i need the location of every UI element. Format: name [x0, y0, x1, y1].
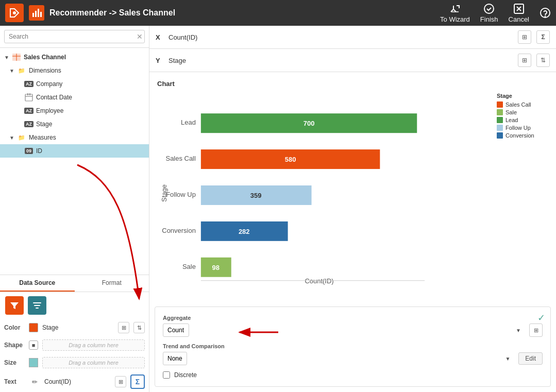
tree-item-measures[interactable]: ▼ 📁 Measures: [0, 131, 149, 144]
svg-rect-3: [35, 11, 37, 17]
y-value: Stage: [169, 57, 513, 64]
aggregate-select-wrapper: Count: [163, 323, 525, 337]
x-chart-btn[interactable]: ⊞: [518, 30, 531, 44]
page-title: Recommender -> Sales Channel: [49, 8, 435, 18]
finish-button[interactable]: Finish: [480, 3, 498, 23]
svg-rect-16: [29, 93, 30, 95]
bar-chart-svg: Stage Lead 700 Sales Call 580 Follow Up: [157, 93, 492, 288]
app-logo: [5, 4, 24, 22]
filter-button-teal[interactable]: [28, 296, 46, 315]
caret-icon: ▼: [4, 55, 9, 60]
aggregate-icon-btn[interactable]: ⊞: [529, 323, 543, 337]
aggregate-select[interactable]: Count: [163, 323, 189, 337]
tree-item-company[interactable]: ▶ AZ Company: [0, 77, 149, 91]
chart-icon: [29, 5, 44, 21]
svg-rect-13: [25, 94, 32, 101]
trend-select[interactable]: None: [163, 352, 187, 365]
legend-dot-sale: [497, 109, 503, 115]
employee-label: Employee: [36, 107, 145, 114]
tree-item-stage[interactable]: ▶ AZ Stage: [0, 117, 149, 131]
dimensions-label: Dimensions: [29, 67, 145, 74]
edit-button[interactable]: Edit: [518, 352, 543, 365]
color-label: Color: [4, 324, 25, 331]
size-drop-zone[interactable]: Drag a column here: [42, 357, 145, 368]
discrete-checkbox[interactable]: [163, 371, 170, 379]
x-axis-bar: X Count(ID) ⊞ Σ: [149, 26, 556, 49]
shape-row: Shape ■ Drag a column here: [0, 336, 149, 354]
svg-text:359: 359: [250, 192, 262, 199]
company-label: Company: [36, 80, 145, 88]
legend-label-follow-up: Follow Up: [506, 125, 531, 131]
size-label: Size: [4, 359, 25, 366]
help-button[interactable]: [540, 7, 551, 19]
search-clear-button[interactable]: ✕: [137, 32, 143, 41]
tree-item-sales-channel[interactable]: ▼ Sales Channel: [0, 50, 149, 64]
tree-item-id[interactable]: ▶ 09 ID: [0, 144, 149, 158]
sigma-button[interactable]: Σ: [130, 374, 145, 389]
az-icon: AZ: [24, 120, 33, 129]
cancel-button[interactable]: Cancel: [509, 3, 529, 23]
svg-text:Sale: Sale: [182, 263, 196, 270]
svg-rect-19: [36, 308, 39, 309]
y-sort-btn[interactable]: ⇅: [536, 54, 550, 67]
trend-section: Trend and Comparison None Edit: [163, 343, 543, 365]
legend-label-conversion: Conversion: [506, 132, 534, 139]
svg-text:Sales Call: Sales Call: [165, 155, 196, 162]
shape-swatch: ■: [29, 340, 38, 350]
svg-text:580: 580: [285, 156, 296, 163]
discrete-label: Discrete: [174, 371, 197, 379]
chart-legend: Stage Sales Call Sale Lead: [492, 93, 548, 296]
legend-dot-lead: [497, 117, 503, 123]
svg-text:Lead: Lead: [181, 118, 196, 126]
color-sort-btn[interactable]: ⇅: [133, 322, 145, 333]
stage-label: Stage: [36, 121, 145, 128]
svg-rect-15: [27, 93, 28, 95]
tree-area: ▼ Sales Channel ▼ 📁 Dimensions ▶: [0, 48, 149, 275]
discrete-row: Discrete: [163, 371, 543, 379]
svg-text:98: 98: [212, 264, 220, 271]
y-chart-btn[interactable]: ⊞: [518, 54, 531, 67]
aggregate-section: Aggregate Count ⊞: [163, 315, 543, 337]
search-input[interactable]: [4, 30, 145, 43]
svg-rect-5: [40, 12, 42, 17]
tree-item-contact-date[interactable]: ▶ Contact Date: [0, 91, 149, 104]
text-pencil-btn[interactable]: ✏: [29, 376, 40, 387]
bottom-tabs: Data Source Format: [0, 275, 149, 292]
x-sigma-btn[interactable]: Σ: [536, 30, 550, 44]
chart-title: Chart: [157, 80, 548, 88]
size-row: Size Drag a column here: [0, 354, 149, 371]
id-label: ID: [36, 147, 145, 155]
chart-svg-area: Stage Lead 700 Sales Call 580 Follow Up: [157, 93, 492, 296]
legend-label-lead: Lead: [506, 117, 518, 123]
svg-text:Conversion: Conversion: [162, 227, 196, 234]
y-axis-bar: Y Stage ⊞ ⇅: [149, 49, 556, 72]
trend-select-wrapper: None: [163, 352, 514, 365]
tree-item-employee[interactable]: ▶ AZ Employee: [0, 104, 149, 117]
svg-rect-18: [34, 305, 40, 306]
aggregate-panel: ✓ Aggregate Count ⊞ Trend and Comparison: [155, 306, 551, 387]
filter-button-orange[interactable]: [5, 296, 24, 315]
measures-label: Measures: [29, 134, 145, 141]
legend-item-lead: Lead: [497, 117, 548, 123]
az-icon: AZ: [24, 79, 33, 89]
legend-item-sale: Sale: [497, 109, 548, 115]
folder-icon: 📁: [17, 66, 26, 75]
legend-dot-sales-call: [497, 101, 503, 108]
numeric-icon: 09: [24, 146, 33, 156]
table-icon: [12, 53, 21, 62]
svg-rect-4: [38, 9, 39, 17]
x-value: Count(ID): [169, 33, 513, 41]
y-label: Y: [156, 57, 163, 64]
color-chart-btn[interactable]: ⊞: [118, 322, 129, 333]
svg-rect-2: [32, 13, 34, 17]
to-wizard-button[interactable]: To Wizard: [440, 3, 470, 23]
tab-data-source[interactable]: Data Source: [0, 275, 75, 292]
calendar-icon: [24, 93, 33, 102]
tree-item-dimensions[interactable]: ▼ 📁 Dimensions: [0, 64, 149, 77]
text-chart-btn[interactable]: ⊞: [115, 376, 126, 387]
color-swatch[interactable]: [29, 323, 38, 332]
shape-drop-zone[interactable]: Drag a column here: [42, 339, 145, 351]
aggregate-select-row: Count ⊞: [163, 323, 543, 337]
legend-item-conversion: Conversion: [497, 132, 548, 139]
tab-format[interactable]: Format: [75, 275, 149, 292]
